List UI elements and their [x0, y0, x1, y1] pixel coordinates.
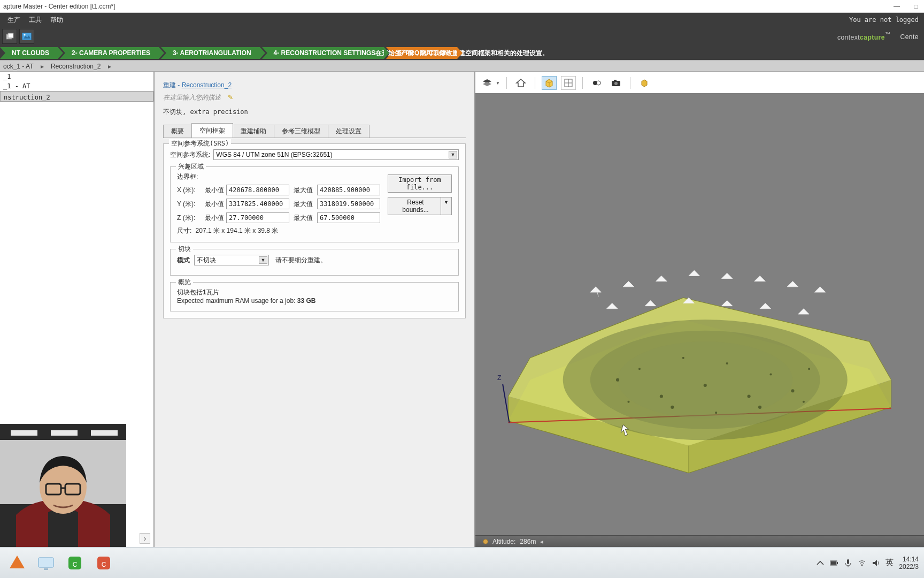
- y-axis-label: Y (米):: [177, 200, 205, 209]
- wizard-step-4[interactable]: 4- RECONSTRUCTION SETTINGS: [262, 47, 384, 59]
- svg-point-50: [627, 401, 629, 403]
- svg-point-41: [638, 368, 641, 370]
- z-max-input[interactable]: [317, 212, 380, 223]
- svg-text:C: C: [102, 561, 106, 568]
- taskbar-app-1[interactable]: [4, 551, 30, 575]
- svg-point-40: [616, 378, 619, 382]
- tab-spatial[interactable]: 空间框架: [191, 123, 233, 138]
- panel-srs: 空间参考系统(SRS) 空间参考系统: WGS 84 / UTM zone 51…: [163, 143, 466, 318]
- menu-item-2[interactable]: 帮助: [46, 13, 67, 27]
- tree-node-1[interactable]: _1 - AT: [0, 81, 153, 91]
- wizard-step-1[interactable]: NT CLOUDS: [0, 47, 58, 59]
- tab-processing[interactable]: 处理设置: [328, 125, 369, 138]
- group-tiling: 切块 模式 不切块 ▼ 请不要细分重建。: [170, 249, 459, 276]
- x-min-label: 最小值: [205, 186, 226, 195]
- brand-logo: contextcapture™Cente: [837, 31, 919, 42]
- y-max-label: 最大值: [294, 200, 317, 209]
- tray-volume-icon[interactable]: [872, 559, 880, 567]
- svg-rect-82: [847, 559, 849, 564]
- group-preview: 概览 切块包括1瓦片 Expected maximum RAM usage fo…: [170, 282, 459, 311]
- altitude-value: 286m: [520, 538, 536, 545]
- home-icon[interactable]: [513, 76, 528, 90]
- z-min-input[interactable]: [226, 212, 289, 223]
- toolbar-button-1[interactable]: [2, 29, 17, 44]
- tab-reference[interactable]: 参考三维模型: [274, 125, 328, 138]
- svg-point-27: [614, 82, 618, 85]
- import-bounds-button[interactable]: Import from file...: [388, 174, 452, 193]
- svg-point-54: [803, 401, 805, 403]
- edit-description-icon[interactable]: ✎: [228, 94, 233, 101]
- bbox-label: 边界框:: [177, 172, 198, 181]
- breadcrumb: ock_1 - AT ▸ Reconstruction_2 ▸: [0, 60, 924, 72]
- breadcrumb-item-2[interactable]: Reconstruction_2: [51, 63, 101, 70]
- svg-point-52: [715, 412, 717, 414]
- reconstruction-tabs: 概要 空间框架 重建辅助 参考三维模型 处理设置: [163, 123, 466, 138]
- axis-z-label: Z: [497, 374, 502, 382]
- x-max-input[interactable]: [317, 185, 380, 195]
- grid-icon[interactable]: [561, 76, 576, 90]
- svg-point-42: [660, 394, 663, 398]
- size-value: 207.1 米 x 194.1 米 x 39.8 米: [196, 227, 279, 234]
- menu-item-0[interactable]: 生产: [3, 13, 25, 27]
- svg-text:C: C: [73, 561, 78, 568]
- z-min-label: 最小值: [205, 214, 226, 223]
- toolbar-button-image[interactable]: [19, 29, 34, 44]
- reset-bounds-button[interactable]: Reset bounds...▼: [388, 197, 452, 215]
- taskbar-app-2[interactable]: [33, 551, 59, 575]
- svg-point-84: [861, 564, 863, 566]
- taskbar-app-3[interactable]: C: [62, 551, 88, 575]
- gold-box-icon[interactable]: [637, 76, 652, 90]
- tree-expand-button[interactable]: ›: [140, 533, 150, 544]
- description-placeholder[interactable]: 在这里输入您的描述: [163, 94, 221, 101]
- srs-select[interactable]: WGS 84 / UTM zone 51N (EPSG:32651) ▼: [213, 149, 459, 160]
- y-min-input[interactable]: [226, 199, 289, 209]
- layers-icon[interactable]: [480, 76, 495, 90]
- x-min-input[interactable]: [226, 185, 289, 195]
- reconstruction-link[interactable]: Reconstruction_2: [182, 81, 232, 89]
- window-minimize-button[interactable]: —: [893, 0, 900, 13]
- tray-chevron-up-icon[interactable]: [816, 559, 825, 567]
- menu-item-1[interactable]: 工具: [25, 13, 46, 27]
- tray-ime[interactable]: 英: [886, 558, 894, 568]
- svg-rect-80: [837, 562, 838, 564]
- page-title: 重建 - Reconstruction_2: [163, 79, 466, 90]
- x-axis-label: X (米):: [177, 186, 205, 195]
- y-min-label: 最小值: [205, 200, 226, 209]
- window-maximize-button[interactable]: □: [912, 0, 920, 13]
- status-dot-icon: [483, 539, 488, 544]
- tab-overview[interactable]: 概要: [163, 125, 192, 138]
- tab-assist[interactable]: 重建辅助: [233, 125, 274, 138]
- tiling-legend: 切块: [176, 245, 193, 254]
- svg-point-4: [24, 34, 25, 35]
- tray-mic-icon[interactable]: [844, 559, 852, 567]
- svg-rect-8: [91, 430, 118, 436]
- taskbar-app-4[interactable]: C: [91, 551, 117, 575]
- svg-point-46: [748, 394, 751, 398]
- size-label: 尺寸:: [177, 227, 191, 234]
- svg-rect-7: [51, 430, 78, 436]
- 3d-viewport[interactable]: Z: [475, 93, 924, 535]
- breadcrumb-item-1[interactable]: ock_1 - AT: [3, 63, 33, 70]
- svg-point-45: [726, 362, 728, 364]
- camera-icon[interactable]: [609, 76, 623, 90]
- project-tree[interactable]: _1 _1 - AT nstruction_2 ›: [0, 72, 155, 547]
- wizard-step-3[interactable]: 3- AEROTRIANGULATION: [161, 47, 260, 59]
- tiling-mode-select[interactable]: 不切块 ▼: [194, 255, 269, 265]
- y-max-input[interactable]: [317, 199, 380, 209]
- svg-rect-73: [38, 558, 53, 567]
- svg-marker-29: [642, 80, 647, 87]
- viewer-toolbar: ▼: [480, 75, 652, 91]
- svg-point-39: [618, 341, 792, 418]
- preview-ram-label: Expected maximum RAM usage for a job:: [177, 297, 295, 305]
- precision-label: 不切块, extra precision: [163, 108, 466, 117]
- tree-node-0[interactable]: _1: [0, 72, 153, 81]
- tray-battery-icon[interactable]: [830, 559, 838, 567]
- wizard-step-2[interactable]: 2- CAMERA PROPERTIES: [60, 47, 159, 59]
- tree-node-2[interactable]: nstruction_2: [0, 91, 153, 102]
- svg-marker-16: [517, 79, 525, 87]
- tiling-mode-label: 模式: [177, 256, 190, 265]
- tray-wifi-icon[interactable]: [858, 559, 866, 567]
- svg-rect-1: [8, 33, 13, 38]
- bbox-icon[interactable]: [542, 76, 557, 90]
- exposure-icon[interactable]: [589, 76, 604, 90]
